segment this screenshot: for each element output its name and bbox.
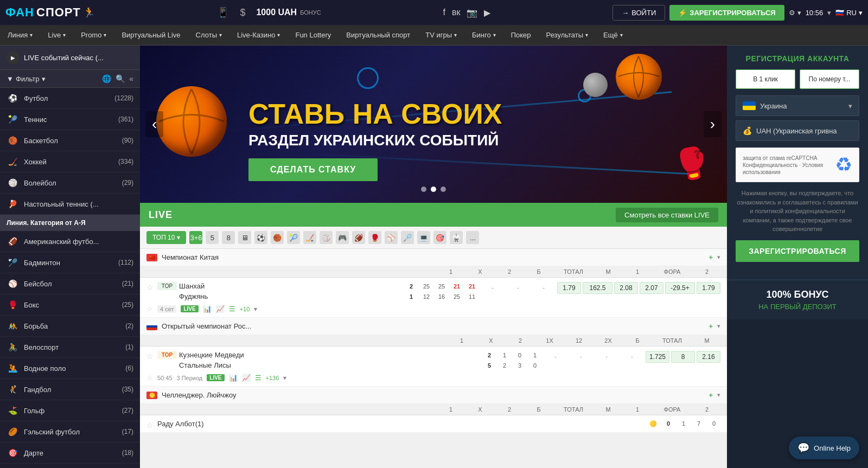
nav-live[interactable]: Live ▾ (40, 25, 73, 46)
odds-1-china[interactable]: - (481, 283, 505, 293)
banner-prev-button[interactable]: ‹ (145, 111, 163, 137)
settings-dropdown[interactable]: ⚙ ▾ (789, 9, 801, 17)
table-icon[interactable]: ☰ (229, 305, 235, 313)
one-click-button[interactable]: В 1 клик (736, 69, 795, 89)
sidebar-item-table-tennis[interactable]: 🏓 Настольный теннис (... (0, 194, 140, 215)
filter-sport-rugby[interactable]: 🏈 (352, 231, 365, 244)
nav-poker[interactable]: Покер (503, 25, 539, 46)
odds-1b-china[interactable]: 2.07 (640, 282, 663, 294)
odds-2-ru[interactable]: - (595, 351, 618, 362)
nav-fun-lottery[interactable]: Fun Lottery (288, 25, 339, 46)
filter-sport-hockey-puck[interactable]: 🏒 (303, 231, 316, 244)
register-button[interactable]: ⚡ ЗАРЕГИСТРИРОВАТЬСЯ (669, 5, 784, 21)
nav-more[interactable]: Ещё ▾ (596, 25, 630, 46)
instagram-icon[interactable]: 📷 (467, 8, 477, 18)
filter-sport-badminton[interactable]: 🏸 (401, 231, 414, 244)
sidebar-item-volleyball[interactable]: 🏐 Волейбол (29) (0, 172, 140, 194)
filter-sport-mma[interactable]: 🥋 (450, 231, 463, 244)
sidebar-item-darts[interactable]: 🎯 Дарте (18) (0, 443, 140, 464)
nav-promo[interactable]: Promo ▾ (73, 25, 114, 46)
nav-virtual-sport[interactable]: Виртуальный спорт (339, 25, 418, 46)
sidebar-item-cycling[interactable]: 🚴 Велоспорт (1) (0, 337, 140, 358)
odds-m-ru[interactable]: 2.16 (697, 351, 720, 363)
odds-2x-ru[interactable]: 8 (671, 351, 695, 363)
odds-m-china[interactable]: 2.08 (614, 282, 638, 294)
nav-results[interactable]: Результаты ▾ (539, 25, 596, 46)
filter-sport-3[interactable]: 8 (222, 231, 235, 244)
play-button[interactable]: ▶ (7, 51, 20, 64)
banner-dot-2[interactable] (431, 187, 436, 192)
facebook-icon[interactable]: f (443, 8, 445, 17)
sidebar-item-basketball[interactable]: 🏀 Баскетбол (90) (0, 130, 140, 151)
more-odds-russia[interactable]: +136 (266, 375, 279, 381)
by-number-button[interactable]: По номеру т... (800, 69, 859, 89)
odds-12-ru[interactable]: 1.725 (646, 351, 669, 363)
sidebar-item-badminton[interactable]: 🏸 Бадминтон (112) (0, 252, 140, 273)
sidebar-item-baseball[interactable]: ⚾ Бейсбол (21) (0, 273, 140, 294)
odds-x-china[interactable]: - (506, 283, 530, 293)
filter-sport-esport[interactable]: 🎯 (433, 231, 446, 244)
filter-sport-cyber[interactable]: 💻 (417, 231, 430, 244)
bar-chart-icon[interactable]: 📊 (203, 305, 212, 313)
youtube-icon[interactable]: ▶ (484, 8, 490, 18)
odds-x-ru[interactable]: - (569, 351, 593, 362)
odds-total-china[interactable]: 162.5 (583, 282, 612, 294)
bar-chart-icon-ru[interactable]: 📊 (229, 374, 238, 382)
filter-sport-2[interactable]: 5 (206, 231, 219, 244)
nav-liniya[interactable]: Линия ▾ (0, 25, 40, 46)
mobile-icon[interactable]: 📱 (217, 7, 229, 18)
live-all-bets-button[interactable]: Смотреть все ставки LIVE (616, 208, 718, 222)
dollar-icon[interactable]: $ (240, 7, 245, 18)
filter-sport-boxing[interactable]: 🥊 (368, 231, 381, 244)
filter-sport-1[interactable]: 3+6 (189, 231, 202, 244)
category-expand-challenge[interactable]: + (709, 391, 713, 399)
odds-fora-china[interactable]: -29.5+ (665, 282, 695, 294)
expand-russia[interactable]: ▾ (283, 374, 286, 382)
match-star-challenge[interactable]: ☆ (146, 420, 155, 429)
filter-sport-tennis-ball[interactable]: 🎾 (287, 231, 300, 244)
online-help-button[interactable]: 💬 Online Help (789, 437, 859, 459)
banner-dot-3[interactable] (441, 187, 446, 192)
register-submit-button[interactable]: ЗАРЕГИСТРИРОВАТЬСЯ (736, 240, 859, 262)
sidebar-item-gaelic-football[interactable]: 🏉 Гэльский футбол (17) (0, 421, 140, 443)
sidebar-item-american-football[interactable]: 🏈 Американский футбо... (0, 231, 140, 252)
collapse-icon[interactable]: « (129, 74, 133, 83)
filter-sport-baseball[interactable]: ⚾ (385, 231, 398, 244)
match-star-russia[interactable]: ☆ (146, 351, 155, 361)
category-expand-russia[interactable]: + (709, 322, 713, 330)
nav-slots[interactable]: Слоты ▾ (188, 25, 229, 46)
odds-2-china[interactable]: - (532, 283, 556, 293)
odds-1-ru[interactable]: - (544, 351, 567, 362)
favorite-star-china[interactable]: ☆ (146, 305, 153, 313)
sidebar-item-hockey[interactable]: 🏒 Хоккей (334) (0, 151, 140, 172)
vk-icon[interactable]: вк (452, 8, 461, 17)
sidebar-item-handball[interactable]: 🤾 Гандбол (35) (0, 379, 140, 400)
banner-next-button[interactable]: › (704, 111, 722, 137)
nav-bingo[interactable]: Бинго ▾ (464, 25, 503, 46)
globe-icon[interactable]: 🌐 (102, 74, 111, 83)
match-star-china[interactable]: ☆ (146, 282, 155, 292)
filter-sport-soccer[interactable]: ⚽ (254, 231, 267, 244)
nav-tv-games[interactable]: TV игры ▾ (418, 25, 464, 46)
banner-dot-1[interactable] (421, 187, 426, 192)
favorite-star-russia[interactable]: ☆ (146, 374, 153, 382)
sidebar-item-golf[interactable]: ⛳ Гольф (27) (0, 400, 140, 421)
login-button[interactable]: → ВОЙТИ (612, 5, 665, 21)
sidebar-item-water-polo[interactable]: 🤽 Водное поло (6) (0, 358, 140, 379)
filter-sport-more[interactable]: ... (466, 231, 479, 244)
sidebar-item-football[interactable]: ⚽ Футбол (1228) (0, 88, 140, 109)
filter-top10[interactable]: ТОП 10 ▾ (146, 231, 186, 244)
sidebar-item-tennis[interactable]: 🎾 Теннис (361) (0, 109, 140, 130)
filter-sport-monitor[interactable]: 🖥 (238, 231, 251, 244)
more-odds-china[interactable]: +10 (240, 306, 250, 312)
filter-sport-basketball[interactable]: 🏀 (271, 231, 284, 244)
language-selector[interactable]: 🇷🇺 RU ▾ (835, 9, 863, 17)
category-expand-china[interactable]: + (709, 253, 713, 261)
odds-b-china[interactable]: 1.79 (557, 282, 581, 294)
nav-virtual-live[interactable]: Виртуальный Live (114, 25, 188, 46)
filter-label[interactable]: ▼ Фильтр ▾ (7, 75, 46, 83)
chart-icon[interactable]: 📈 (216, 305, 225, 313)
table-icon-ru[interactable]: ☰ (255, 374, 261, 382)
nav-live-casino[interactable]: Live-Казино ▾ (229, 25, 288, 46)
odds-2b-china[interactable]: 1.79 (697, 282, 720, 294)
